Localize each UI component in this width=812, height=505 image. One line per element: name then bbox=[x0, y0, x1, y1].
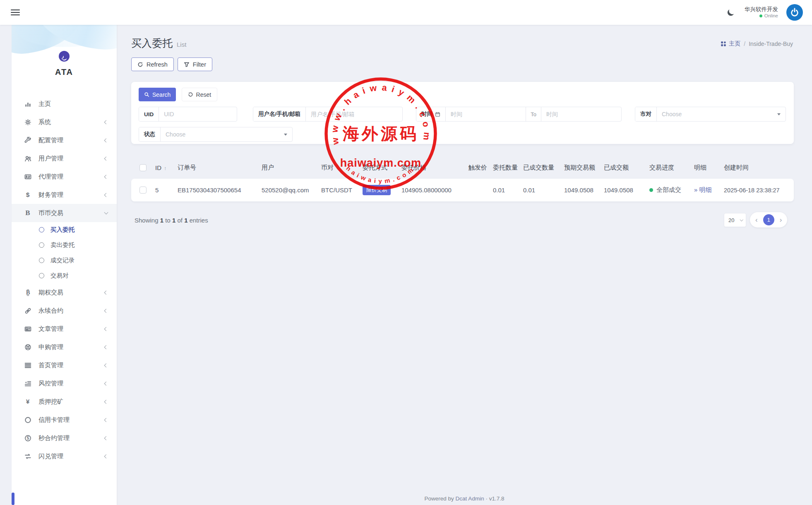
username-input[interactable] bbox=[306, 107, 402, 121]
sidebar-item-label: 信用卡管理 bbox=[38, 416, 70, 424]
sidebar-item-5[interactable]: $财务管理 bbox=[12, 186, 117, 204]
sidebar-item-2[interactable]: 配置管理 bbox=[12, 131, 117, 149]
sidebar-subitem-6-0[interactable]: 买入委托 bbox=[12, 222, 117, 237]
detail-link[interactable]: » 明细 bbox=[694, 186, 712, 193]
row-cell-8: 0.01 bbox=[523, 187, 564, 194]
undo-icon bbox=[188, 92, 193, 97]
row-cell-1: EB1750304307500654 bbox=[178, 187, 262, 194]
refresh-button[interactable]: Refresh bbox=[131, 57, 174, 71]
order-type-badge: 限价交易 bbox=[363, 185, 391, 195]
per-page-value: 20 bbox=[728, 217, 734, 223]
chevron-left-icon bbox=[104, 290, 108, 294]
column-header-11: 交易进度 bbox=[649, 164, 694, 172]
sidebar-item-10[interactable]: 申购管理 bbox=[12, 338, 117, 356]
status-select[interactable]: Choose bbox=[161, 127, 292, 141]
uid-label: UID bbox=[139, 107, 159, 121]
column-header-8: 已成交数量 bbox=[523, 164, 564, 172]
svg-text:5: 5 bbox=[26, 436, 29, 440]
chevron-left-icon bbox=[104, 400, 108, 404]
column-header-2: 用户 bbox=[262, 164, 321, 172]
sidebar-item-label: 期权交易 bbox=[38, 289, 63, 297]
row-checkbox[interactable] bbox=[139, 187, 147, 194]
sidebar-item-label: 系统 bbox=[38, 118, 51, 126]
pair-select[interactable]: Choose bbox=[657, 107, 786, 121]
exchange-icon bbox=[24, 452, 31, 460]
column-header-12: 明细 bbox=[694, 164, 724, 172]
sidebar-item-6[interactable]: B币币交易 bbox=[12, 204, 117, 222]
sidebar-item-12[interactable]: 风控管理 bbox=[12, 374, 117, 393]
sidebar-item-8[interactable]: 永续合约 bbox=[12, 302, 117, 320]
user-menu[interactable]: 华兴软件开发 Online bbox=[745, 6, 778, 19]
home-grid-icon bbox=[721, 41, 726, 47]
pair-select-value: Choose bbox=[662, 111, 682, 117]
sidebar-item-0[interactable]: 主页 bbox=[12, 95, 117, 113]
chevron-left-icon bbox=[104, 309, 108, 313]
sidebar-item-9[interactable]: 文章管理 bbox=[12, 320, 117, 338]
row-cell-7: 0.01 bbox=[493, 187, 523, 194]
sidebar-item-11[interactable]: 首页管理 bbox=[12, 356, 117, 374]
sidebar-subitem-6-3[interactable]: 交易对 bbox=[12, 268, 117, 283]
sidebar-nav: 主页系统配置管理用户管理代理管理$财务管理B币币交易买入委托卖出委托成交记录交易… bbox=[12, 83, 117, 465]
sidebar-subitem-6-1[interactable]: 卖出委托 bbox=[12, 237, 117, 253]
sidebar: ATA 主页系统配置管理用户管理代理管理$财务管理B币币交易买入委托卖出委托成交… bbox=[12, 25, 117, 505]
row-cell-3: BTC/USDT bbox=[321, 187, 363, 194]
per-page-select[interactable]: 20 bbox=[724, 213, 746, 227]
align-justify-icon bbox=[24, 361, 31, 369]
column-header-3: 币对 bbox=[321, 164, 363, 172]
chevron-left-icon bbox=[104, 436, 108, 440]
chevron-left-icon bbox=[104, 454, 108, 458]
chevron-left-icon bbox=[104, 120, 108, 124]
sidebar-item-label: 币币交易 bbox=[38, 209, 63, 217]
time-to-input[interactable] bbox=[541, 107, 621, 121]
sidebar-item-label: 申购管理 bbox=[38, 343, 63, 351]
sidebar-item-4[interactable]: 代理管理 bbox=[12, 168, 117, 186]
circle-icon bbox=[39, 227, 44, 232]
status-filter-group: 状态 Choose bbox=[139, 127, 293, 142]
breadcrumb-home[interactable]: 主页 bbox=[721, 40, 740, 48]
sidebar-subitem-6-2[interactable]: 成交记录 bbox=[12, 253, 117, 268]
caret-down-icon bbox=[284, 134, 287, 137]
circle-icon bbox=[24, 416, 31, 424]
sort-asc-icon[interactable]: ↑ bbox=[164, 165, 167, 171]
column-header-0[interactable]: ID↑ bbox=[155, 164, 178, 171]
prev-page-button[interactable]: ‹ bbox=[754, 216, 759, 224]
chevron-left-icon bbox=[104, 381, 108, 385]
page-1-button[interactable]: 1 bbox=[763, 214, 774, 225]
dcat-admin-link[interactable]: Dcat Admin bbox=[456, 495, 484, 502]
reset-button[interactable]: Reset bbox=[182, 88, 218, 101]
users-icon bbox=[24, 155, 31, 162]
brand-logo bbox=[56, 49, 72, 65]
avatar[interactable] bbox=[786, 4, 803, 21]
outdent-icon bbox=[24, 380, 31, 387]
circle-icon bbox=[39, 242, 44, 248]
next-page-button[interactable]: › bbox=[779, 216, 783, 224]
sidebar-item-16[interactable]: 闪兑管理 bbox=[12, 447, 117, 465]
svg-text:B: B bbox=[26, 289, 30, 296]
search-button[interactable]: Search bbox=[139, 88, 176, 101]
circle-icon bbox=[39, 258, 44, 263]
time-from-input[interactable] bbox=[446, 107, 526, 121]
sidebar-item-1[interactable]: 系统 bbox=[12, 113, 117, 131]
row-cell-10: 1049.0508 bbox=[604, 187, 649, 194]
gear-icon bbox=[24, 118, 31, 126]
chevron-left-icon bbox=[104, 156, 108, 160]
select-all-checkbox[interactable] bbox=[139, 164, 147, 171]
chevron-left-icon bbox=[104, 363, 108, 367]
sidebar-toggle-icon[interactable] bbox=[11, 8, 20, 17]
table-header-row: ID↑订单号用户币对委托方式委托价格触发价委托数量已成交数量预期交易额已成交额交… bbox=[131, 156, 794, 179]
breadcrumb-current: Inside-Trade-Buy bbox=[749, 41, 793, 47]
sidebar-item-7[interactable]: B期权交易 bbox=[12, 283, 117, 302]
dark-mode-toggle[interactable] bbox=[725, 7, 736, 18]
sidebar-scrollbar[interactable] bbox=[12, 493, 14, 505]
sidebar-item-15[interactable]: 5秒合约管理 bbox=[12, 429, 117, 447]
sidebar-item-13[interactable]: ¥质押挖矿 bbox=[12, 393, 117, 411]
uid-input[interactable] bbox=[159, 107, 237, 121]
sidebar-subitem-label: 成交记录 bbox=[50, 256, 74, 264]
online-dot bbox=[759, 14, 762, 17]
sidebar-item-14[interactable]: 信用卡管理 bbox=[12, 411, 117, 429]
circle-icon bbox=[39, 273, 44, 278]
filter-button[interactable]: Filter bbox=[178, 57, 212, 71]
sidebar-item-3[interactable]: 用户管理 bbox=[12, 149, 117, 168]
chevron-left-icon bbox=[104, 418, 108, 422]
sidebar-item-label: 秒合约管理 bbox=[38, 434, 70, 442]
